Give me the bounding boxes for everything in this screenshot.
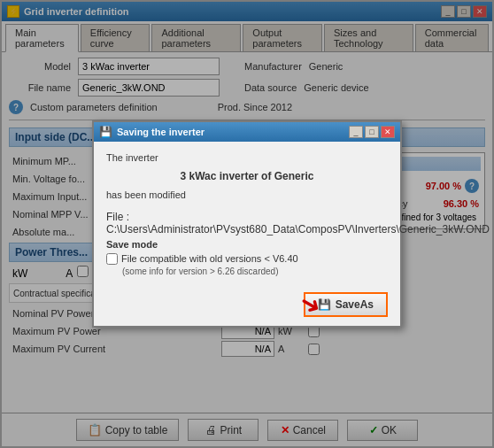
modal-body: The inverter 3 kWac inverter of Generic … [94, 142, 400, 287]
file-path: File : C:\Users\Administrator\PVsyst680_… [106, 211, 490, 236]
modal-minimize[interactable]: _ [349, 126, 363, 138]
modal-maximize[interactable]: □ [365, 126, 379, 138]
modal-icon: 💾 [99, 126, 112, 138]
compat-note: (some info for version > 6.26 discarded) [122, 266, 490, 276]
modal-title-bar: 💾 Saving the inverter _ □ ✕ [94, 122, 400, 142]
main-window: ⚡ Grid inverter definition _ □ ✕ Main pa… [0, 0, 494, 448]
modal-line3: has been modified [106, 189, 388, 200]
modal-content-row: File : C:\Users\Administrator\PVsyst680_… [106, 207, 388, 276]
save-modal: 💾 Saving the inverter _ □ ✕ The inverter… [92, 120, 402, 328]
file-path-value: C:\Users\Administrator\PVsyst680_Data\Co… [106, 223, 490, 236]
compat-label: File compatible with old versions < V6.4… [121, 253, 298, 264]
modal-line2: 3 kWac inverter of Generic [106, 170, 388, 182]
save-mode-title: Save mode [106, 239, 490, 250]
modal-line1: The inverter [106, 152, 388, 163]
modal-win-controls: _ □ ✕ [349, 126, 395, 138]
modal-overlay: 💾 Saving the inverter _ □ ✕ The inverter… [2, 2, 492, 446]
modal-bottom-row: 💾 SaveAs [94, 287, 400, 326]
save-mode-option: File compatible with old versions < V6.4… [106, 253, 490, 265]
modal-title: Saving the inverter [117, 127, 205, 137]
compat-checkbox[interactable] [106, 253, 118, 265]
save-mode-section: Save mode File compatible with old versi… [106, 239, 490, 276]
modal-close[interactable]: ✕ [381, 126, 395, 138]
